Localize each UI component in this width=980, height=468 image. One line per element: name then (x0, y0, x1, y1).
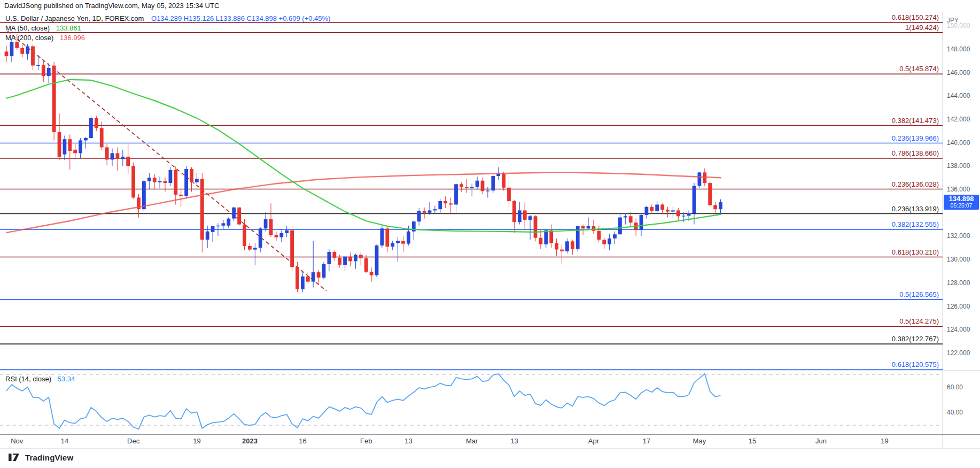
ma200-line (6, 172, 721, 233)
svg-text:Feb: Feb (360, 437, 372, 445)
svg-text:148.000: 148.000 (947, 45, 970, 53)
ma200-value: 136.996 (60, 34, 85, 42)
svg-text:140.000: 140.000 (947, 139, 970, 147)
time-axis: Nov14Dec19202316Feb13Mar13Apr17May15Jun1… (0, 435, 980, 449)
svg-text:05:25:07: 05:25:07 (951, 202, 973, 209)
ma50-legend-row[interactable]: MA (50, close) 133.861 (5, 24, 330, 33)
svg-text:40.00: 40.00 (947, 409, 963, 416)
ma200-label[interactable]: MA (200, close) (5, 34, 53, 42)
svg-text:0.618(120.575): 0.618(120.575) (892, 360, 939, 369)
svg-text:14: 14 (61, 437, 68, 445)
price-chart-canvas[interactable]: JPY150.000148.000146.000144.000142.00014… (0, 0, 980, 468)
svg-text:0.236(139.966): 0.236(139.966) (892, 134, 939, 142)
svg-text:2023: 2023 (242, 437, 258, 445)
symbol-legend-row[interactable]: U.S. Dollar / Japanese Yen, 1D, FOREX.co… (5, 14, 330, 24)
publish-header: DavidJSong published on TradingView.com,… (4, 2, 219, 10)
chart-legend: U.S. Dollar / Japanese Yen, 1D, FOREX.co… (5, 14, 330, 43)
rsi-legend-row[interactable]: RSI (14, close) 53.34 (5, 374, 75, 384)
svg-text:0.618(150.274): 0.618(150.274) (892, 13, 939, 21)
brand-text: TradingView (25, 453, 73, 462)
fib-lines-layer (0, 22, 943, 370)
tradingview-logo-icon (9, 452, 21, 463)
svg-text:15: 15 (749, 437, 756, 445)
svg-text:0.236(133.919): 0.236(133.919) (892, 205, 939, 213)
svg-text:128.000: 128.000 (947, 279, 970, 287)
svg-text:0.618(130.210): 0.618(130.210) (892, 248, 939, 256)
ma50-value: 133.861 (56, 24, 81, 32)
svg-text:1(149.424): 1(149.424) (905, 24, 939, 32)
svg-text:142.000: 142.000 (947, 116, 970, 123)
svg-text:134.898: 134.898 (949, 195, 974, 203)
ohlc-values: O134.289 H135.126 L133.886 C134.898 +0.6… (151, 14, 330, 22)
svg-text:0.786(138.660): 0.786(138.660) (892, 149, 939, 157)
rsi-line (6, 374, 721, 429)
svg-text:19: 19 (881, 437, 888, 445)
svg-text:19: 19 (193, 437, 200, 445)
svg-text:Mar: Mar (466, 437, 478, 445)
svg-text:0.5(126.565): 0.5(126.565) (899, 290, 939, 298)
svg-text:13: 13 (510, 437, 518, 445)
svg-text:146.000: 146.000 (947, 69, 970, 76)
svg-text:0.236(136.028): 0.236(136.028) (892, 180, 939, 188)
svg-text:17: 17 (643, 437, 650, 445)
symbol-title[interactable]: U.S. Dollar / Japanese Yen, 1D, FOREX.co… (5, 14, 144, 22)
svg-text:0.5(145.874): 0.5(145.874) (899, 65, 939, 73)
publish-header-text: DavidJSong published on TradingView.com,… (4, 2, 219, 10)
svg-text:126.000: 126.000 (947, 303, 970, 310)
fib-labels-layer: 0.618(150.274)1(149.424)0.5(145.874)0.38… (892, 13, 939, 369)
svg-text:122.000: 122.000 (947, 349, 970, 357)
svg-text:138.000: 138.000 (947, 162, 970, 170)
svg-text:Dec: Dec (127, 437, 140, 445)
ma200-legend-row[interactable]: MA (200, close) 136.996 (5, 33, 330, 43)
svg-text:13: 13 (405, 437, 412, 445)
ma50-label[interactable]: MA (50, close) (5, 24, 50, 32)
svg-text:May: May (693, 437, 706, 445)
svg-text:132.000: 132.000 (947, 232, 970, 240)
svg-text:130.000: 130.000 (947, 256, 970, 263)
rsi-value: 53.34 (58, 375, 75, 383)
svg-text:0.5(124.275): 0.5(124.275) (899, 317, 939, 325)
tradingview-chart-page: DavidJSong published on TradingView.com,… (0, 0, 980, 468)
svg-text:0.382(132.555): 0.382(132.555) (892, 220, 939, 228)
svg-text:Nov: Nov (11, 437, 24, 445)
rsi-label[interactable]: RSI (14, close) (5, 375, 51, 383)
svg-text:144.000: 144.000 (947, 92, 970, 99)
svg-text:124.000: 124.000 (947, 326, 970, 333)
footer-brand[interactable]: TradingView (9, 452, 73, 463)
candles-layer (5, 34, 722, 293)
svg-text:150.000: 150.000 (947, 22, 970, 29)
price-axis: JPY150.000148.000146.000144.000142.00014… (943, 12, 970, 448)
svg-text:136.000: 136.000 (947, 186, 970, 193)
svg-text:16: 16 (299, 437, 306, 445)
rsi-pane: 60.0040.00 (0, 371, 980, 429)
svg-text:60.00: 60.00 (947, 383, 963, 391)
svg-text:0.382(141.473): 0.382(141.473) (892, 117, 939, 125)
svg-text:Apr: Apr (588, 437, 600, 445)
svg-text:0.382(122.767): 0.382(122.767) (892, 335, 939, 343)
svg-text:Jun: Jun (815, 437, 827, 445)
current-price-badge: 134.89805:25:07 (944, 195, 979, 210)
